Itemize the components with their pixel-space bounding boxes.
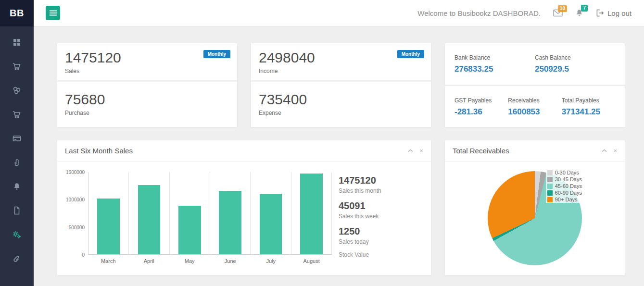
- close-icon[interactable]: ×: [613, 148, 617, 154]
- messages-badge: 10: [558, 5, 567, 12]
- receivables-panel-body: 0-30 Days30-45 Days45-60 Days60-90 Days9…: [445, 162, 625, 265]
- billing-card-icon: [13, 134, 21, 143]
- document-icon: [13, 206, 21, 215]
- y-tick-label: 0: [82, 252, 85, 258]
- purchase-value: 75680: [65, 91, 229, 108]
- legend-label: 45-60 Days: [555, 183, 582, 189]
- alerts-badge: 7: [581, 5, 588, 12]
- sidebar-item-sales[interactable]: [0, 54, 34, 78]
- receivables-cell: Receivables 1600853: [508, 97, 561, 117]
- sales-summary: 1475120 Sales this month 45091 Sales thi…: [332, 172, 423, 264]
- legend-swatch: [547, 190, 553, 196]
- sidebar: BB: [0, 0, 34, 286]
- x-tick-label: March: [88, 255, 128, 264]
- bar-chart-plot: [88, 172, 332, 255]
- sales-panel-tools: ×: [408, 148, 423, 154]
- sidebar-item-links[interactable]: [0, 247, 34, 271]
- logout-label: Log out: [607, 9, 631, 17]
- income-label: Income: [259, 68, 423, 75]
- purchase-label: Purchase: [65, 110, 229, 116]
- bar-column: [210, 172, 251, 254]
- sales-today: 1250 Sales today: [339, 226, 423, 245]
- total-payables-label: Total Payables: [562, 97, 615, 104]
- y-tick-label: 500000: [69, 224, 85, 230]
- legend-label: 0-30 Days: [555, 170, 579, 175]
- gst-payables-label: GST Payables: [455, 97, 508, 104]
- purchase-metric: 75680 Purchase: [57, 80, 237, 126]
- sales-panel-title: Last Six Month Sales: [65, 147, 133, 155]
- y-tick-label: 1000000: [66, 197, 85, 202]
- bank-balance-value: 276833.25: [455, 64, 535, 74]
- sales-monthly-badge: Monthly: [203, 50, 230, 58]
- sales-this-week: 45091 Sales this week: [339, 200, 423, 220]
- legend-item: 90+ Days: [546, 196, 583, 203]
- messages-button[interactable]: 10: [553, 9, 563, 17]
- expense-metric: 735400 Expense: [251, 80, 431, 126]
- bar-column: [88, 172, 129, 254]
- bar-column: [129, 172, 169, 254]
- cash-balance-cell: Cash Balance 250929.5: [535, 54, 615, 74]
- balances-row-1: Bank Balance 276833.25 Cash Balance 2509…: [445, 43, 625, 85]
- sidebar-item-settings[interactable]: [0, 223, 34, 247]
- x-tick-label: June: [210, 255, 250, 264]
- bar: [97, 199, 120, 254]
- sidebar-nav: [0, 26, 34, 271]
- hamburger-menu-button[interactable]: [46, 6, 60, 20]
- panels-row: Last Six Month Sales × 05000001000000150…: [57, 140, 625, 275]
- close-icon[interactable]: ×: [419, 148, 423, 154]
- balances-card: Bank Balance 276833.25 Cash Balance 2509…: [445, 43, 625, 127]
- dashboard-grid-icon: [13, 38, 21, 47]
- y-tick-label: 1500000: [66, 170, 85, 175]
- receivables-panel-header: Total Receivables ×: [445, 140, 625, 162]
- balances-row-2: GST Payables -281.36 Receivables 1600853…: [445, 85, 625, 127]
- sales-this-week-value: 45091: [339, 200, 423, 211]
- logout-button[interactable]: Log out: [596, 9, 631, 17]
- link-clip-icon: [13, 254, 21, 263]
- sidebar-item-documents[interactable]: [0, 199, 34, 223]
- sidebar-item-dashboard[interactable]: [0, 30, 34, 54]
- sales-panel-header: Last Six Month Sales ×: [57, 140, 431, 162]
- legend-label: 90+ Days: [555, 197, 578, 202]
- bar-chart: 050000010000001500000 MarchAprilMayJuneJ…: [62, 172, 332, 264]
- receivables-panel-title: Total Receivables: [453, 147, 509, 155]
- purchase-cart-icon: [13, 110, 21, 119]
- sales-purchase-card: 1475120 Sales Monthly 75680 Purchase: [57, 43, 237, 127]
- bar-column: [291, 172, 332, 254]
- expense-label: Expense: [259, 110, 423, 116]
- welcome-text: Welcome to Busibookz DASHBORAD.: [417, 9, 541, 17]
- legend-item: 60-90 Days: [546, 189, 583, 196]
- sidebar-item-purchase[interactable]: [0, 102, 34, 126]
- attachment-icon: [13, 158, 21, 167]
- legend-item: 0-30 Days: [546, 169, 583, 176]
- bar: [300, 174, 323, 254]
- app-logo: BB: [0, 0, 34, 26]
- collapse-icon[interactable]: [602, 149, 607, 152]
- collapse-icon[interactable]: [408, 149, 413, 152]
- sidebar-item-money[interactable]: [0, 78, 34, 102]
- x-tick-label: May: [169, 255, 210, 264]
- receivables-label: Receivables: [508, 97, 561, 104]
- sales-today-value: 1250: [339, 226, 423, 237]
- gst-payables-cell: GST Payables -281.36: [455, 97, 508, 117]
- sales-cart-icon: [13, 62, 21, 71]
- x-tick-label: August: [291, 255, 331, 264]
- cash-balance-value: 250929.5: [535, 64, 615, 74]
- topbar: Welcome to Busibookz DASHBORAD. 10 7 Log…: [34, 0, 644, 26]
- pie-legend: 0-30 Days30-45 Days45-60 Days60-90 Days9…: [546, 169, 583, 203]
- sidebar-item-billing[interactable]: [0, 126, 34, 150]
- income-monthly-badge: Monthly: [397, 50, 424, 58]
- bar: [178, 206, 201, 254]
- total-payables-value: 371341.25: [562, 107, 615, 117]
- legend-swatch: [547, 177, 553, 182]
- sidebar-item-attachments[interactable]: [0, 150, 34, 174]
- alerts-button[interactable]: 7: [575, 9, 583, 17]
- bank-balance-cell: Bank Balance 276833.25: [455, 54, 535, 74]
- hamburger-icon: [50, 10, 57, 16]
- legend-swatch: [547, 197, 553, 202]
- legend-swatch: [547, 184, 553, 189]
- bar: [260, 194, 282, 254]
- receivables-panel: Total Receivables × 0-30 Days30-45 Days4…: [445, 140, 625, 275]
- sidebar-item-alerts[interactable]: [0, 174, 34, 199]
- cash-balance-label: Cash Balance: [535, 54, 615, 61]
- bank-balance-label: Bank Balance: [455, 54, 535, 61]
